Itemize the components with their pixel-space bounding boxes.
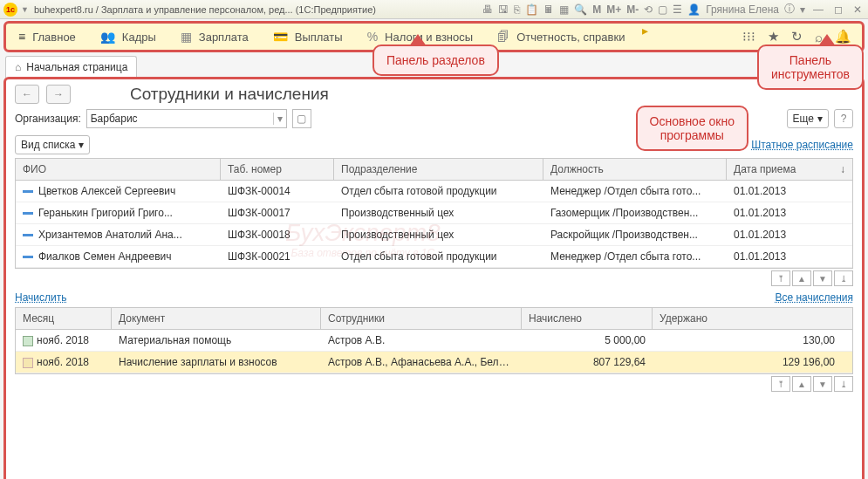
info-icon[interactable]: ⓘ <box>784 2 795 17</box>
maximize-button[interactable]: ◻ <box>831 3 845 16</box>
save-icon[interactable]: 🖫 <box>498 3 509 16</box>
table-row[interactable]: нояб. 2018Начисление зарплаты и взносовА… <box>16 352 852 373</box>
table-row[interactable]: Фиалков Семен АндреевичШФЗК-00021Отдел с… <box>16 246 852 268</box>
col-tab[interactable]: Таб. номер <box>221 159 334 180</box>
section-otchet[interactable]: 🗐Отчетность, справки <box>485 24 637 50</box>
chevron-down-icon: ▾ <box>817 113 823 125</box>
memory-mminus[interactable]: M- <box>626 3 639 16</box>
calculator-icon[interactable]: 🖩 <box>543 3 554 16</box>
scroll-down-button[interactable]: ▼ <box>813 270 832 286</box>
cell-div: Отдел сбыта готовой продукции <box>334 181 543 202</box>
print-icon[interactable]: 🖶 <box>482 3 493 16</box>
scroll-up-button[interactable]: ▲ <box>792 270 811 286</box>
sections-more-arrow[interactable]: ▸ <box>637 24 653 50</box>
calendar-icon[interactable]: ▦ <box>559 3 569 16</box>
cell-ded: 129 196,00 <box>653 352 852 373</box>
section-vyplaty[interactable]: 💳Выплаты <box>261 24 355 50</box>
report-icon: 🗐 <box>497 30 509 44</box>
cell-acc: 807 129,64 <box>522 352 653 373</box>
scroll-top-button[interactable]: ⤒ <box>771 270 790 286</box>
main-window: Панель разделов Панель инструментов Осно… <box>3 77 865 479</box>
home-icon: ⌂ <box>15 61 21 73</box>
cell-fio: Геранькин Григорий Григо... <box>16 202 221 223</box>
table-row[interactable]: нояб. 2018Материальная помощьАстров А.В.… <box>16 330 852 352</box>
search-icon[interactable]: 🔍 <box>574 3 587 16</box>
col-pos[interactable]: Должность <box>543 159 727 180</box>
view-list-button[interactable]: Вид списка▾ <box>15 135 90 154</box>
col-doc[interactable]: Документ <box>112 308 321 329</box>
table-row[interactable]: Геранькин Григорий Григо...ШФЗК-00017Про… <box>16 202 852 224</box>
cell-tab: ШФЗК-00021 <box>221 246 334 267</box>
help-button[interactable]: ? <box>834 109 853 128</box>
org-value: Барбарис <box>91 113 138 125</box>
list-icon[interactable]: ☰ <box>673 3 682 16</box>
window-icon[interactable]: ▢ <box>658 3 667 16</box>
more-label: Еще <box>793 113 814 125</box>
nav-forward-button[interactable]: → <box>46 85 71 104</box>
app-logo-icon: 1c <box>3 3 17 17</box>
user-icon: 👤 <box>687 3 701 16</box>
col-month[interactable]: Месяц <box>16 308 112 329</box>
chevron-down-icon: ▾ <box>79 139 84 151</box>
table-row[interactable]: Хризантемов Анатолий Ана...ШФЗК-00018Про… <box>16 224 852 246</box>
history-icon[interactable]: ↻ <box>791 29 803 44</box>
section-main[interactable]: ≡Главное <box>6 24 88 50</box>
doc-status-icon <box>23 336 33 346</box>
org-select[interactable]: Барбарис ▾ <box>86 109 287 128</box>
back-icon[interactable]: ⟲ <box>644 3 653 16</box>
memory-mplus[interactable]: M+ <box>606 3 621 16</box>
tab-label: Начальная страница <box>26 61 127 73</box>
notifications-icon[interactable]: 🔔 <box>835 29 851 44</box>
apps-icon[interactable]: ⁝⁝⁝ <box>742 29 755 44</box>
cell-pos: Менеджер /Отдел сбыта гото... <box>543 181 727 202</box>
cell-fio: Цветков Алексей Сергеевич <box>16 181 221 202</box>
org-open-button[interactable]: ▢ <box>292 109 311 128</box>
scroll-bottom-button[interactable]: ⤓ <box>834 270 853 286</box>
col-acc[interactable]: Начислено <box>522 308 653 329</box>
org-label: Организация: <box>15 113 81 125</box>
scroll-down-button[interactable]: ▼ <box>813 376 832 392</box>
section-label: Кадры <box>122 31 156 44</box>
user-name[interactable]: Грянина Елена <box>706 3 779 16</box>
callout-tools: Панель инструментов <box>757 44 864 90</box>
people-icon: 👥 <box>100 30 115 44</box>
section-zarplata[interactable]: ▦Зарплата <box>168 24 261 50</box>
table-header: ФИО Таб. номер Подразделение Должность Д… <box>16 159 852 181</box>
more-button[interactable]: Еще▾ <box>787 109 829 128</box>
percent-icon: % <box>367 30 378 44</box>
col-ded[interactable]: Удержано <box>653 308 852 329</box>
scroll-bottom-button[interactable]: ⤓ <box>834 376 853 392</box>
cell-div: Производственный цех <box>334 202 543 223</box>
section-kadry[interactable]: 👥Кадры <box>88 24 168 50</box>
scroll-up-button[interactable]: ▲ <box>792 376 811 392</box>
accrue-link[interactable]: Начислить <box>15 291 66 304</box>
dropdown-icon[interactable]: ▾ <box>800 3 805 16</box>
clipboard-icon[interactable]: 📋 <box>525 3 538 16</box>
table-row[interactable]: Цветков Алексей СергеевичШФЗК-00014Отдел… <box>16 181 852 202</box>
callout-text: Основное окно программы <box>650 114 735 142</box>
col-div[interactable]: Подразделение <box>334 159 543 180</box>
staff-schedule-link[interactable]: Штатное расписание <box>751 139 853 151</box>
page-heading: Сотрудники и начисления <box>130 85 329 104</box>
callout-main: Основное окно программы <box>636 106 748 151</box>
memory-m[interactable]: M <box>592 3 601 16</box>
favorite-icon[interactable]: ★ <box>768 29 779 44</box>
cell-date: 01.01.2013 <box>727 224 852 245</box>
minimize-button[interactable]: — <box>810 3 826 16</box>
col-fio[interactable]: ФИО <box>16 159 221 180</box>
col-date[interactable]: Дата приема↓ <box>727 159 852 180</box>
col-emp[interactable]: Сотрудники <box>321 308 522 329</box>
cell-month: нояб. 2018 <box>16 330 112 351</box>
titlebar-toolbar: 🖶 🖫 ⎘ 📋 🖩 ▦ 🔍 M M+ M- ⟲ ▢ ☰ 👤 Грянина Ел… <box>482 2 865 17</box>
all-accruals-link[interactable]: Все начисления <box>775 291 853 304</box>
compare-icon[interactable]: ⎘ <box>514 3 520 16</box>
scroll-nav-bottom: ⤒ ▲ ▼ ⤓ <box>15 376 853 392</box>
close-button[interactable]: ✕ <box>851 3 865 16</box>
app-menu-dropdown-icon[interactable]: ▼ <box>21 5 29 14</box>
cell-div: Отдел сбыта готовой продукции <box>334 246 543 267</box>
tool-panel: ⁝⁝⁝ ★ ↻ ⌕ 🔔 <box>732 29 862 44</box>
tab-home[interactable]: ⌂ Начальная страница <box>5 56 137 78</box>
scroll-top-button[interactable]: ⤒ <box>771 376 790 392</box>
nav-back-button[interactable]: ← <box>15 85 39 104</box>
callout-sections: Панель разделов <box>372 44 499 76</box>
